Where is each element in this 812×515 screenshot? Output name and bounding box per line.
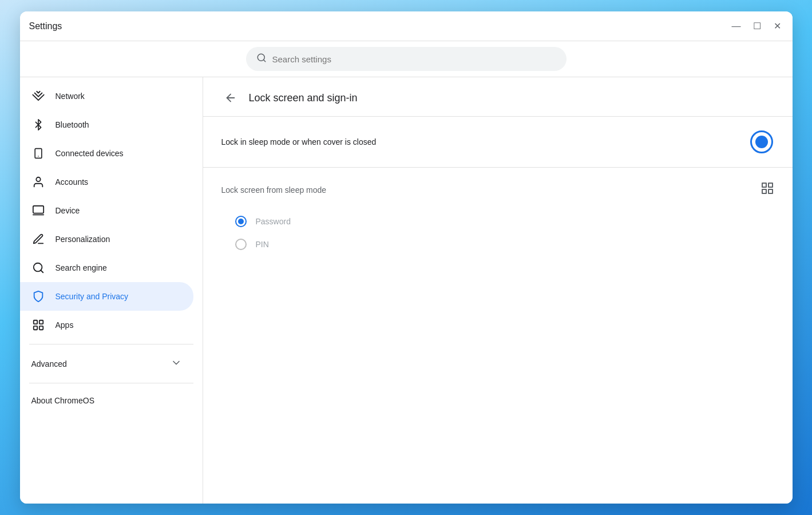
svg-rect-16 — [762, 189, 766, 193]
search-bar-row — [20, 41, 793, 77]
sidebar-divider — [29, 344, 193, 344]
pin-radio[interactable] — [235, 239, 247, 250]
wifi-icon — [31, 90, 45, 102]
sidebar-item-advanced[interactable]: Advanced — [20, 349, 193, 378]
sidebar-item-bluetooth[interactable]: Bluetooth — [20, 110, 193, 139]
pin-label: PIN — [256, 240, 269, 249]
search-icon — [256, 53, 267, 66]
sidebar-item-network[interactable]: Network — [20, 82, 193, 110]
sidebar-item-device[interactable]: Device — [20, 196, 193, 225]
content-title: Lock screen and sign-in — [249, 92, 358, 104]
sidebar-item-personalization-label: Personalization — [56, 235, 110, 244]
sidebar-item-connected-devices[interactable]: Connected devices — [20, 139, 193, 168]
phone-icon — [31, 147, 45, 160]
sidebar-item-personalization[interactable]: Personalization — [20, 225, 193, 253]
sidebar-item-network-label: Network — [56, 92, 85, 101]
svg-rect-17 — [769, 189, 773, 193]
search-input[interactable] — [272, 54, 556, 64]
svg-line-8 — [41, 270, 43, 272]
content-header: Lock screen and sign-in — [203, 77, 793, 117]
maximize-button[interactable]: ☐ — [751, 21, 763, 32]
sidebar: Network Bluetooth Con — [20, 77, 203, 504]
toggle-inner — [755, 136, 768, 148]
magnify-icon — [31, 262, 45, 274]
svg-rect-14 — [762, 183, 766, 187]
pin-option[interactable]: PIN — [221, 233, 774, 256]
titlebar: Settings — ☐ ✕ — [20, 11, 793, 41]
back-button[interactable] — [221, 89, 240, 107]
svg-rect-2 — [35, 149, 42, 159]
sidebar-item-apps[interactable]: Apps — [20, 311, 193, 339]
sidebar-item-device-label: Device — [56, 206, 80, 215]
sidebar-about-label: About ChromeOS — [31, 396, 95, 405]
sidebar-item-about[interactable]: About ChromeOS — [20, 388, 193, 413]
sidebar-item-search-engine-label: Search engine — [56, 263, 107, 272]
apps-icon — [31, 319, 45, 331]
chevron-down-icon — [171, 357, 182, 370]
password-radio[interactable] — [235, 216, 247, 227]
person-icon — [31, 176, 45, 188]
minimize-button[interactable]: — — [731, 21, 742, 32]
sidebar-item-bluetooth-label: Bluetooth — [56, 120, 89, 129]
sidebar-item-apps-label: Apps — [56, 320, 74, 330]
grid-icon[interactable] — [760, 181, 774, 199]
settings-window: Settings — ☐ ✕ — [20, 11, 793, 504]
svg-point-4 — [36, 177, 40, 181]
svg-line-1 — [263, 60, 265, 61]
sleep-mode-header: Lock screen from sleep mode — [221, 181, 774, 199]
search-bar — [246, 47, 567, 71]
lock-sleep-setting-row: Lock in sleep mode or when cover is clos… — [203, 117, 793, 168]
close-button[interactable]: ✕ — [772, 21, 783, 32]
sidebar-item-connected-devices-label: Connected devices — [56, 149, 124, 158]
toggle-circle — [750, 130, 773, 153]
bluetooth-icon — [31, 118, 45, 131]
svg-rect-9 — [33, 320, 37, 324]
laptop-icon — [31, 204, 45, 217]
sidebar-item-security-privacy[interactable]: Security and Privacy — [20, 282, 193, 311]
sidebar-item-accounts[interactable]: Accounts — [20, 168, 193, 196]
sidebar-divider-2 — [29, 383, 193, 383]
svg-rect-15 — [769, 183, 773, 187]
main-body: Network Bluetooth Con — [20, 77, 793, 504]
sidebar-advanced-label: Advanced — [31, 359, 67, 369]
svg-rect-10 — [39, 320, 42, 324]
password-radio-inner — [238, 219, 244, 224]
window-controls: — ☐ ✕ — [731, 21, 783, 32]
password-label: Password — [256, 217, 291, 226]
sleep-mode-section: Lock screen from sleep mode — [203, 168, 793, 270]
lock-sleep-toggle[interactable] — [749, 129, 774, 154]
svg-rect-12 — [39, 326, 42, 330]
app-title: Settings — [29, 21, 62, 31]
edit-icon — [31, 233, 45, 245]
sidebar-item-search-engine[interactable]: Search engine — [20, 253, 193, 282]
sidebar-item-security-label: Security and Privacy — [56, 292, 129, 301]
svg-rect-5 — [33, 206, 43, 213]
svg-rect-11 — [33, 326, 37, 330]
content-area: Lock screen and sign-in Lock in sleep mo… — [203, 77, 793, 504]
sidebar-item-accounts-label: Accounts — [56, 177, 89, 187]
sleep-mode-label: Lock screen from sleep mode — [221, 185, 327, 195]
lock-sleep-label: Lock in sleep mode or when cover is clos… — [221, 137, 377, 146]
password-option[interactable]: Password — [221, 210, 774, 233]
shield-icon — [31, 290, 45, 303]
